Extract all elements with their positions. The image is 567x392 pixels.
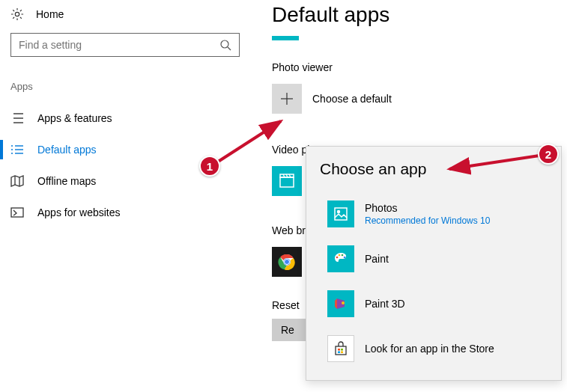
home-label: Home (36, 8, 64, 20)
app-option-store[interactable]: Look for an app in the Store (320, 331, 548, 365)
defaults-icon (10, 143, 24, 156)
paint-icon (327, 245, 354, 272)
paint3d-icon (327, 290, 354, 317)
movies-tv-icon (272, 166, 302, 196)
photos-icon (327, 200, 354, 227)
app-option-paint[interactable]: Paint (320, 241, 548, 286)
svg-point-33 (344, 257, 346, 259)
sidebar: Home Apps Apps & features (0, 0, 255, 228)
svg-rect-36 (338, 349, 340, 351)
app-name: Paint 3D (365, 298, 405, 310)
nav-label: Apps for websites (37, 206, 121, 218)
svg-line-2 (228, 47, 231, 50)
app-option-photos[interactable]: Photos Recommended for Windows 10 (320, 196, 548, 241)
store-icon (327, 335, 354, 362)
app-option-paint3d[interactable]: Paint 3D (320, 286, 548, 331)
svg-rect-38 (338, 352, 340, 354)
page-title: Default apps (272, 3, 567, 27)
chrome-icon (272, 247, 302, 277)
nav-label: Offline maps (37, 175, 96, 187)
sidebar-item-apps-features[interactable]: Apps & features (10, 102, 255, 134)
sidebar-item-apps-websites[interactable]: Apps for websites (10, 197, 255, 228)
svg-rect-37 (341, 349, 343, 351)
photo-viewer-default[interactable]: Choose a default (272, 84, 567, 114)
app-subtitle: Recommended for Windows 10 (365, 215, 490, 226)
annotation-badge-1: 1 (199, 156, 220, 177)
nav-label: Apps & features (37, 112, 112, 124)
svg-point-34 (342, 301, 345, 304)
svg-point-0 (15, 12, 19, 16)
app-name: Photos (365, 202, 490, 214)
search-icon (219, 39, 231, 51)
svg-point-1 (221, 40, 228, 48)
photo-viewer-label: Photo viewer (272, 61, 567, 73)
search-input[interactable] (19, 39, 219, 51)
svg-rect-39 (341, 352, 343, 354)
accent-bar (272, 36, 299, 40)
choose-app-popup: Choose an app Photos Recommended for Win… (306, 146, 562, 381)
annotation-badge-2: 2 (538, 144, 559, 165)
app-name: Look for an app in the Store (365, 343, 494, 355)
popup-title: Choose an app (320, 160, 548, 178)
home-button[interactable]: Home (10, 7, 255, 21)
app-name: Paint (365, 253, 389, 265)
svg-rect-20 (280, 177, 294, 187)
section-label: Apps (10, 81, 255, 92)
svg-point-32 (342, 254, 344, 257)
choose-default-text: Choose a default (312, 93, 392, 105)
list-icon (10, 111, 24, 125)
link-icon (10, 206, 24, 219)
svg-point-30 (336, 257, 339, 259)
svg-rect-28 (335, 208, 347, 220)
plus-icon (272, 84, 302, 114)
map-icon (10, 174, 24, 188)
svg-point-27 (285, 260, 290, 265)
svg-point-29 (338, 211, 340, 213)
nav-label: Default apps (37, 144, 97, 156)
svg-rect-17 (11, 208, 23, 217)
gear-icon (10, 7, 24, 21)
svg-point-31 (339, 254, 341, 257)
search-input-container[interactable] (10, 33, 240, 57)
